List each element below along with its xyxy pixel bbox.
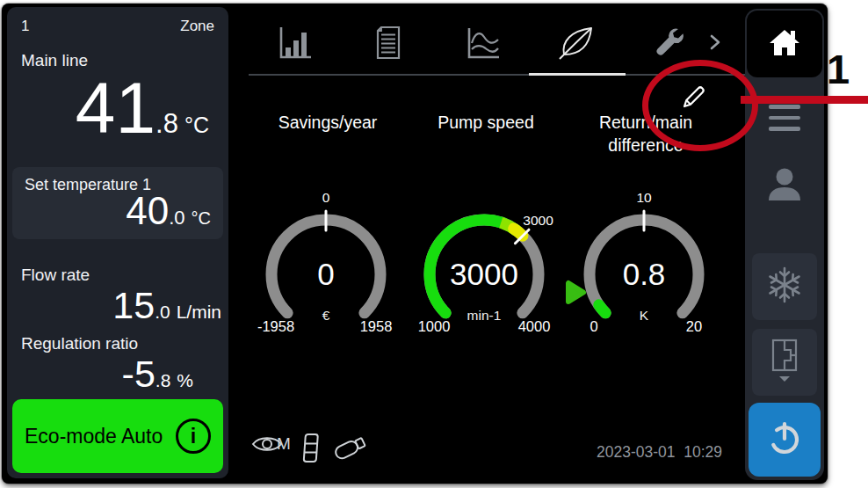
- set-temperature-unit: °C: [192, 209, 211, 227]
- set-temperature-card[interactable]: Set temperature 1 40 .0 °C: [12, 167, 223, 239]
- flow-rate-unit: L/min: [177, 302, 221, 321]
- module-icon: [301, 433, 321, 468]
- tab-more[interactable]: [701, 25, 729, 63]
- document-icon: [369, 23, 408, 65]
- chevron-right-icon: [709, 33, 721, 55]
- annotation-number: 1: [827, 48, 850, 90]
- set-temperature-value: 40 .0 °C: [126, 192, 211, 230]
- bar-chart-icon: [275, 23, 314, 65]
- eco-mode-button[interactable]: Eco-mode Auto i: [12, 399, 223, 473]
- set-temperature-int: 40: [126, 192, 169, 230]
- regulation-ratio-int: -5: [122, 355, 156, 393]
- wrench-icon: [651, 23, 690, 65]
- sidebar-item-power[interactable]: [749, 403, 821, 477]
- svg-text:3000: 3000: [523, 213, 553, 228]
- gauge-return-difference: 100.8K020: [561, 186, 727, 336]
- green-arrow-indicator: [568, 283, 583, 302]
- regulation-ratio-value: -5 .8 %: [122, 355, 193, 393]
- eco-mode-label: Eco-mode Auto: [25, 425, 163, 448]
- main-line-unit: °C: [184, 114, 209, 136]
- svg-text:1000: 1000: [418, 318, 451, 334]
- tab-report[interactable]: [369, 25, 408, 63]
- gauge-title-pump: Pump speed: [411, 111, 561, 134]
- trend-chart-icon: [463, 23, 502, 65]
- page: { "colors": { "gauge_gray": "#8d8d8d", "…: [0, 0, 868, 488]
- svg-text:20: 20: [686, 318, 702, 334]
- regulation-ratio-unit: %: [177, 371, 193, 390]
- gauge-savings: 00€-19581958: [242, 186, 409, 336]
- zone-number: 1: [21, 18, 29, 35]
- main-line-value: 41 .8 °C: [76, 72, 209, 144]
- svg-text:0: 0: [590, 318, 597, 334]
- usb-drive-icon: [331, 433, 372, 466]
- svg-text:0: 0: [317, 257, 334, 291]
- main-line-dec: .8: [156, 110, 178, 137]
- sidebar-item-defrost[interactable]: [752, 253, 817, 320]
- zone-header[interactable]: 1 Zone: [21, 18, 214, 35]
- flow-rate-int: 15: [112, 287, 155, 324]
- tab-service[interactable]: [651, 25, 690, 63]
- gauge-title-savings: Savings/year: [253, 111, 402, 134]
- zones-icon: [767, 338, 802, 387]
- svg-text:0.8: 0.8: [623, 257, 666, 291]
- regulation-ratio-dec: .8: [156, 371, 171, 390]
- sidebar-item-user[interactable]: [754, 158, 815, 215]
- gauge-pump-speed: 30003000min-110004000: [401, 186, 568, 336]
- sidebar-item-zones[interactable]: [752, 329, 817, 396]
- datetime: 2023-03-01 10:29: [597, 443, 722, 462]
- annotation-circle: [642, 60, 758, 151]
- svg-text:4000: 4000: [518, 318, 551, 334]
- svg-text:K: K: [640, 308, 649, 323]
- power-icon: [765, 419, 804, 461]
- annotation-line: [741, 96, 868, 104]
- home-icon: [768, 27, 801, 61]
- svg-text:€: €: [322, 308, 330, 323]
- zone-panel: 1 Zone Main line 41 .8 °C Set temperatur…: [7, 7, 228, 478]
- leaf-icon: [557, 23, 596, 65]
- sidebar-item-home[interactable]: [747, 11, 822, 77]
- flow-rate-label: Flow rate: [21, 266, 90, 285]
- info-icon[interactable]: i: [176, 419, 211, 454]
- main-line-int: 41: [76, 72, 156, 144]
- regulation-ratio-label: Regulation ratio: [21, 334, 138, 353]
- svg-text:0: 0: [322, 190, 330, 205]
- svg-text:3000: 3000: [450, 257, 518, 291]
- tab-statistics[interactable]: [275, 25, 314, 63]
- zone-label: Zone: [180, 18, 214, 35]
- monitor-eye-indicator: M: [251, 433, 291, 459]
- snowflake-icon: [765, 264, 804, 310]
- set-temperature-dec: .0: [169, 208, 184, 228]
- svg-text:-1958: -1958: [257, 318, 294, 334]
- tab-trends[interactable]: [463, 25, 502, 63]
- svg-text:1958: 1958: [360, 318, 393, 334]
- tab-eco[interactable]: [557, 25, 596, 63]
- flow-rate-value: 15 .0 L/min: [112, 287, 221, 324]
- hamburger-icon: [769, 105, 800, 131]
- tab-active-indicator: [529, 73, 626, 76]
- flow-rate-dec: .0: [155, 302, 170, 321]
- monitor-letter: M: [277, 434, 291, 459]
- svg-text:10: 10: [636, 190, 652, 205]
- user-icon: [765, 167, 804, 206]
- status-icons: M: [251, 433, 372, 468]
- svg-text:min-1: min-1: [467, 308, 502, 323]
